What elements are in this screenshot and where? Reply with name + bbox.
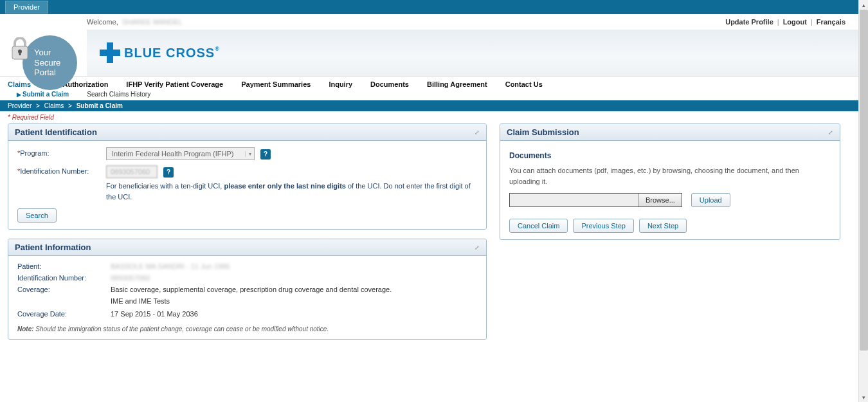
next-step-button[interactable]: Next Step — [639, 219, 687, 233]
idnum-row: *Identification Number: 0893057060 ? For… — [17, 165, 477, 202]
panel-body: *Program: Interim Federal Health Program… — [8, 141, 486, 229]
file-upload-row: Browse... Upload — [509, 193, 831, 207]
program-label: *Program: — [17, 147, 106, 157]
top-bar: Provider — [0, 0, 858, 14]
upload-button[interactable]: Upload — [691, 193, 730, 207]
patient-identification-panel: Patient Identification ⤢ *Program: Inter… — [8, 123, 487, 230]
panel-header: Patient Identification ⤢ — [8, 124, 486, 141]
documents-description: You can attach documents (pdf, images, e… — [509, 165, 831, 187]
cross-icon — [100, 42, 120, 63]
cancel-claim-button[interactable]: Cancel Claim — [509, 219, 568, 233]
claim-submission-panel: Claim Submission ⤢ Documents You can att… — [500, 123, 840, 240]
browse-button[interactable]: Browse... — [638, 194, 682, 206]
panel-header: Patient Information ⤢ — [8, 239, 486, 256]
update-profile-link[interactable]: Update Profile — [725, 18, 773, 26]
subnav-submit-claim[interactable]: ▶Submit a Claim — [17, 91, 69, 98]
breadcrumb-sep: > — [36, 102, 40, 109]
nav-contact-us[interactable]: Contact Us — [505, 80, 543, 88]
separator: | — [811, 18, 813, 26]
wizard-buttons: Cancel Claim Previous Step Next Step — [509, 219, 831, 233]
file-chooser[interactable]: Browse... — [509, 193, 682, 207]
help-icon[interactable]: ? — [163, 167, 174, 178]
top-links: Update Profile | Logout | Français — [725, 18, 845, 26]
idnum-label: Identification Number: — [17, 274, 111, 282]
francais-link[interactable]: Français — [817, 18, 845, 26]
dropdown-icon[interactable]: ▾ — [245, 151, 254, 157]
welcome-username: SHAREE MANDEL — [122, 18, 183, 26]
panel-collapse-icon[interactable]: ⤢ — [828, 129, 833, 136]
blue-cross-logo: BLUE CROSS® — [100, 42, 220, 63]
content-area: Patient Identification ⤢ *Program: Inter… — [0, 123, 858, 361]
lock-icon — [10, 37, 30, 62]
nav-billing-agreement[interactable]: Billing Agreement — [427, 80, 487, 88]
breadcrumb-current: Submit a Claim — [77, 102, 123, 109]
file-path-display — [510, 194, 638, 206]
nav-payment-summaries[interactable]: Payment Summaries — [241, 80, 311, 88]
brand-text: BLUE CROSS® — [124, 46, 220, 60]
coverage-label: Coverage: — [17, 286, 111, 305]
patient-label: Patient: — [17, 262, 111, 270]
breadcrumb: Provider > Claims > Submit a Claim — [0, 100, 858, 111]
panel-body: Patient: BASSOLE MA SANDRI - 11 Jun 1986… — [8, 256, 486, 339]
breadcrumb-sep: > — [68, 102, 72, 109]
main-nav: Claims Pre-Authorization IFHP Verify Pat… — [0, 76, 858, 89]
panel-body: Documents You can attach documents (pdf,… — [500, 141, 840, 239]
nav-ifhp-verify[interactable]: IFHP Verify Patient Coverage — [126, 80, 223, 88]
welcome-row: Welcome, SHAREE MANDEL Update Profile | … — [0, 14, 858, 30]
welcome-label: Welcome, — [87, 18, 118, 26]
header: Your Secure Portal Welcome, SHAREE MANDE… — [0, 14, 858, 76]
portal-badge-circle: Your Secure Portal — [23, 35, 77, 90]
identification-number-input[interactable]: 0893057060 — [106, 165, 158, 178]
panel-collapse-icon[interactable]: ⤢ — [475, 244, 480, 251]
panel-header: Claim Submission ⤢ — [500, 124, 840, 141]
coverage-date-label: Coverage Date: — [17, 310, 111, 318]
badge-line3: Portal — [34, 68, 77, 78]
brand-banner: BLUE CROSS® — [87, 30, 858, 76]
subnav-search-history[interactable]: Search Claims History — [87, 91, 150, 98]
badge-line2: Secure — [34, 58, 77, 68]
nav-inquiry[interactable]: Inquiry — [329, 80, 352, 88]
help-icon[interactable]: ? — [260, 149, 271, 160]
panel-title: Patient Identification — [15, 127, 97, 137]
coverage-value: Basic coverage, supplemental coverage, p… — [111, 286, 477, 305]
idnum-row: Identification Number: 0893057060 — [17, 274, 477, 282]
search-button[interactable]: Search — [17, 208, 57, 223]
scroll-up-icon[interactable]: ▴ — [859, 0, 868, 10]
program-row: *Program: Interim Federal Health Program… — [17, 147, 477, 160]
arrow-right-icon: ▶ — [17, 91, 21, 98]
logout-link[interactable]: Logout — [783, 18, 807, 26]
patient-row: Patient: BASSOLE MA SANDRI - 11 Jun 1986 — [17, 262, 477, 270]
program-select[interactable]: Interim Federal Health Program (IFHP) ▾ — [106, 147, 255, 160]
panel-title: Claim Submission — [507, 127, 579, 137]
scrollbar-thumb[interactable] — [860, 10, 868, 351]
panel-title: Patient Information — [15, 242, 91, 252]
required-field-note: * Required Field — [0, 111, 858, 123]
separator: | — [777, 18, 779, 26]
patient-information-panel: Patient Information ⤢ Patient: BASSOLE M… — [8, 239, 487, 340]
coverage-row: Coverage: Basic coverage, supplemental c… — [17, 286, 477, 305]
svg-rect-2 — [19, 51, 21, 55]
idnum-hint: For beneficiaries with a ten-digit UCI, … — [106, 181, 477, 202]
right-column: Claim Submission ⤢ Documents You can att… — [500, 123, 840, 249]
badge-line1: Your — [34, 48, 77, 58]
coverage-date-value: 17 Sep 2015 - 01 May 2036 — [111, 310, 477, 318]
vertical-scrollbar[interactable]: ▴ ▾ — [858, 0, 868, 361]
previous-step-button[interactable]: Previous Step — [573, 219, 633, 233]
provider-tab[interactable]: Provider — [5, 1, 48, 14]
secure-portal-badge: Your Secure Portal — [6, 32, 77, 90]
left-column: Patient Identification ⤢ *Program: Inter… — [8, 123, 487, 349]
sub-nav: ▶Submit a Claim Search Claims History — [0, 89, 858, 100]
panel-collapse-icon[interactable]: ⤢ — [475, 129, 480, 136]
program-value: Interim Federal Health Program (IFHP) — [107, 150, 245, 158]
nav-documents[interactable]: Documents — [370, 80, 409, 88]
breadcrumb-provider[interactable]: Provider — [8, 102, 32, 109]
coverage-note: Note: Should the immigration status of t… — [17, 325, 477, 333]
idnum-label: *Identification Number: — [17, 165, 106, 175]
documents-heading: Documents — [509, 151, 831, 160]
coverage-date-row: Coverage Date: 17 Sep 2015 - 01 May 2036 — [17, 310, 477, 318]
breadcrumb-claims[interactable]: Claims — [44, 102, 64, 109]
patient-value: BASSOLE MA SANDRI - 11 Jun 1986 — [111, 262, 477, 270]
idnum-value: 0893057060 — [111, 274, 477, 282]
